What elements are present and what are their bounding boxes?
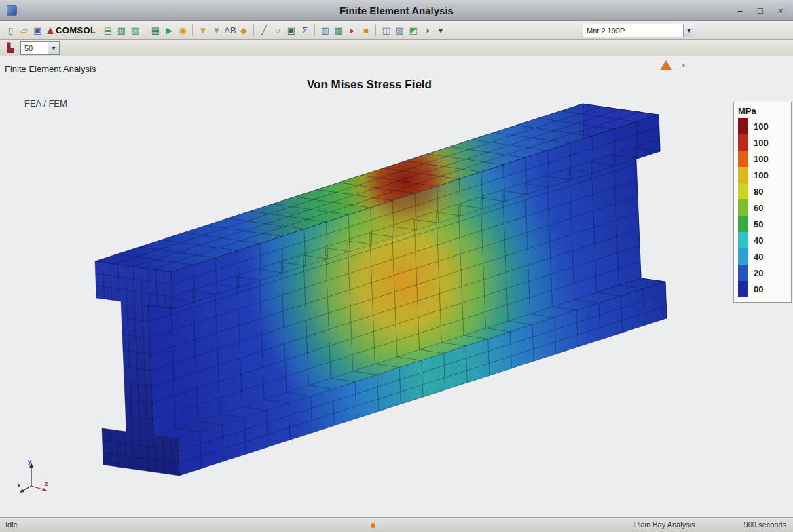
legend-unit-label: MPa [738, 106, 787, 116]
legend-color-swatch [738, 118, 748, 134]
legend-color-swatch [738, 183, 748, 200]
probe-icon[interactable]: ◉ [176, 24, 189, 37]
window-title: Finite Element Analysis [0, 5, 793, 16]
sum-icon[interactable]: Σ [298, 24, 311, 37]
legend-color-swatch [738, 167, 748, 183]
legend-color-swatch [738, 200, 748, 216]
layers-icon[interactable]: ▩ [332, 24, 345, 37]
status-analysis-label: Plain Bay Analysis [634, 520, 695, 529]
brand-name: COMSOL [56, 25, 96, 35]
toolbar-separator [375, 24, 376, 36]
chevron-down-icon[interactable]: ▾ [683, 24, 695, 37]
brand: COMSOL [47, 25, 96, 35]
node-icon[interactable]: ◫ [380, 24, 392, 37]
zoom-extents-icon[interactable]: ▣ [284, 24, 297, 37]
legend-entry: 00 [738, 281, 787, 297]
text-label-icon[interactable]: AB [223, 24, 236, 37]
legend-color-swatch [738, 151, 748, 167]
legend-entry: 20 [738, 265, 787, 281]
palette-icon[interactable]: ◩ [407, 24, 420, 37]
legend-value-label: 50 [754, 219, 763, 229]
comsol-logo-icon [47, 27, 54, 34]
toolbar-separator [145, 24, 145, 36]
solver-combo[interactable]: Mnt 2 190P ▾ [583, 24, 695, 37]
graphics-viewport[interactable]: Finite Element Analysis FEA / FEM Von Mi… [0, 58, 793, 517]
legend-entry: 80 [738, 183, 787, 200]
more-dropdown-icon[interactable]: ▾ [434, 24, 447, 37]
run-study-icon[interactable]: ▶ [162, 24, 175, 37]
axis-z-label: z [45, 480, 48, 487]
ibeam-model[interactable] [95, 104, 667, 476]
legend-value-label: 80 [754, 187, 763, 197]
toolbar-main-group: ▤▥▧▦▶◉▼▼AB◆╱○▣Σ▥▩▸■◫▨◩◑▾ [101, 24, 447, 37]
legend-value-label: 00 [754, 284, 763, 294]
maximize-button[interactable]: □ [755, 5, 766, 16]
save-file-icon[interactable]: ▣ [31, 24, 44, 37]
mail-icon[interactable]: ■ [359, 24, 372, 37]
chevron-down-icon[interactable]: ▾ [48, 42, 59, 54]
legend-entry: 40 [738, 248, 787, 265]
filter-icon[interactable]: ▼ [196, 24, 209, 37]
status-indicator-dot [371, 523, 375, 528]
warning-icon[interactable] [660, 60, 672, 70]
minimize-button[interactable]: – [735, 5, 745, 16]
zoom-combo[interactable]: 50 ▾ [20, 41, 60, 55]
axis-y-label: y [28, 458, 31, 465]
app-icon [7, 5, 17, 16]
close-icon[interactable]: × [682, 61, 686, 69]
legend-entries: 10010010010080605040402000 [738, 118, 787, 297]
axis-x-label: x [17, 482, 20, 489]
secondary-toolbar: ▙ 50 ▾ [0, 40, 793, 56]
zoom-icon[interactable]: ○ [271, 24, 284, 37]
legend-entry: 100 [738, 151, 787, 167]
report-icon[interactable]: ▥ [318, 24, 331, 37]
legend-value-label: 100 [754, 121, 769, 132]
color-fill-icon[interactable]: ◆ [237, 24, 250, 37]
color-legend: MPa 10010010010080605040402000 [733, 102, 792, 303]
legend-entry: 40 [738, 232, 787, 248]
viewport-breadcrumb: Finite Element Analysis [5, 64, 96, 74]
legend-value-label: 40 [754, 252, 763, 262]
toolbar2-group: ▙ [4, 41, 17, 55]
legend-entry: 100 [738, 134, 787, 151]
title-bar: Finite Element Analysis – □ × [0, 0, 793, 21]
zoom-combo-value: 50 [24, 44, 33, 52]
legend-entry: 50 [738, 216, 787, 232]
copy-icon[interactable]: ▥ [115, 24, 128, 37]
toolbar-separator [192, 24, 193, 36]
table-icon[interactable]: ▦ [149, 24, 162, 37]
legend-value-label: 100 [754, 154, 769, 164]
toolbar-separator [314, 24, 315, 36]
close-button[interactable]: × [775, 5, 786, 16]
status-time-label: 900 seconds [744, 520, 786, 529]
legend-entry: 60 [738, 200, 787, 216]
viewport-subtitle: FEA / FEM [24, 98, 67, 109]
print-icon[interactable]: ▤ [101, 24, 114, 37]
legend-value-label: 100 [754, 170, 769, 180]
legend-color-swatch [738, 232, 748, 248]
axes-triad: y z x [16, 457, 50, 494]
legend-color-swatch [738, 265, 748, 281]
play-icon[interactable]: ▸ [346, 24, 358, 37]
new-file-icon[interactable]: ▯ [4, 24, 17, 37]
legend-value-label: 100 [754, 138, 769, 148]
legend-value-label: 60 [754, 203, 763, 213]
toolbar-separator [253, 24, 254, 36]
draw-line-icon[interactable]: ╱ [257, 24, 270, 37]
image-icon[interactable]: ▨ [393, 24, 406, 37]
alert-zone: × [660, 60, 686, 70]
open-file-icon[interactable]: ▱ [18, 24, 31, 37]
legend-color-swatch [738, 134, 748, 151]
status-text: Idle [5, 520, 18, 529]
paste-icon[interactable]: ▧ [128, 24, 141, 37]
legend-color-swatch [738, 281, 748, 297]
legend-value-label: 20 [754, 268, 763, 278]
contrast-icon[interactable]: ◑ [420, 24, 433, 37]
legend-value-label: 40 [754, 235, 763, 246]
evaluate-icon[interactable]: ▙ [4, 41, 17, 55]
model-canvas[interactable] [0, 58, 793, 517]
legend-entry: 100 [738, 167, 787, 183]
solver-combo-value: Mnt 2 190P [587, 26, 625, 35]
funnel-icon[interactable]: ▼ [210, 24, 223, 37]
legend-color-swatch [738, 248, 748, 265]
